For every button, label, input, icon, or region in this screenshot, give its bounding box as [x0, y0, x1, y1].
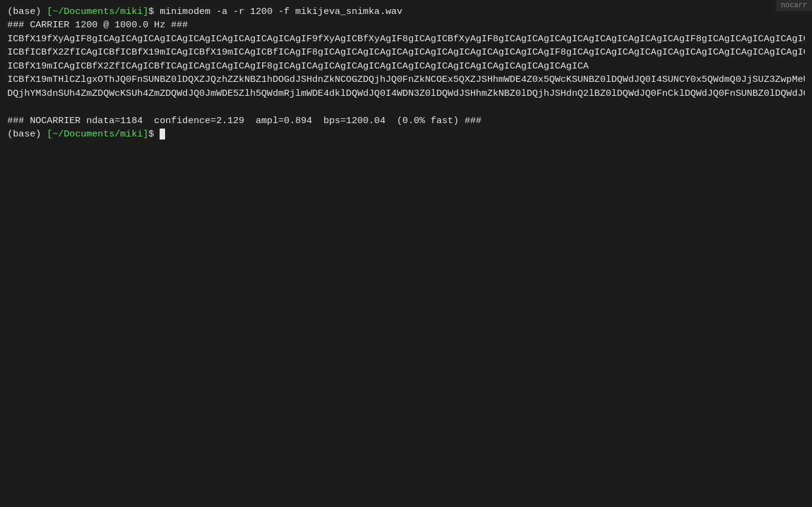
- last-line-prompt: $: [149, 129, 160, 139]
- last-line-base: (base): [7, 129, 47, 139]
- terminal-pre: (base) [~/Documents/miki]$ minimodem -a …: [7, 5, 805, 141]
- line-1-command: $ minimodem -a -r 1200 -f mikijeva_snimk…: [7, 6, 805, 126]
- terminal-window: nocarr (base) [~/Documents/miki]$ minimo…: [0, 0, 812, 507]
- last-line-dir: [~/Documents/miki]: [47, 129, 148, 139]
- line-1-prompt-dir: [~/Documents/miki]: [47, 6, 148, 17]
- terminal-full-content[interactable]: (base) [~/Documents/miki]$ minimodem -a …: [7, 5, 805, 502]
- cursor-block: [160, 129, 165, 139]
- line-1-prompt-base: (base): [7, 6, 47, 17]
